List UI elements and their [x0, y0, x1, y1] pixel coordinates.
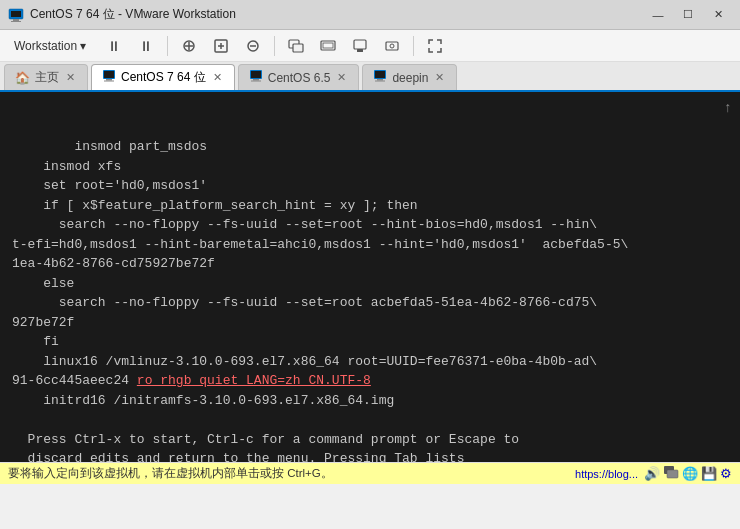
svg-rect-22	[251, 81, 261, 82]
menu-bar: Workstation ▾ ⏸ ⏸	[0, 30, 740, 62]
menu-workstation-label: Workstation	[14, 39, 77, 53]
svg-rect-2	[13, 19, 19, 21]
status-link[interactable]: https://blog...	[575, 468, 638, 480]
status-icon-vm	[663, 464, 679, 483]
svg-rect-8	[293, 44, 303, 52]
svg-rect-13	[386, 42, 398, 50]
status-icon-sound: 🔊	[644, 466, 660, 481]
status-icon-storage: 💾	[701, 466, 717, 481]
tab-centos7-close[interactable]: ✕	[211, 70, 224, 85]
svg-rect-18	[104, 81, 114, 82]
tab-deepin-icon	[373, 69, 387, 86]
toolbar-sep3	[413, 36, 414, 56]
toolbar-snap3-btn[interactable]	[239, 33, 267, 59]
toolbar-sep2	[274, 36, 275, 56]
status-bar: 要将输入定向到该虚拟机，请在虚拟机内部单击或按 Ctrl+G。 https://…	[0, 462, 740, 484]
svg-rect-28	[667, 470, 678, 478]
toolbar-pause2-btn[interactable]: ⏸	[132, 33, 160, 59]
toolbar-snap2-btn[interactable]	[207, 33, 235, 59]
minimize-button[interactable]: —	[644, 5, 672, 25]
toolbar-fullscreen-btn[interactable]	[421, 33, 449, 59]
tab-deepin-close[interactable]: ✕	[433, 70, 446, 85]
toolbar-audio-btn[interactable]	[378, 33, 406, 59]
app-icon	[8, 7, 24, 23]
toolbar-snap-btn[interactable]	[175, 33, 203, 59]
tab-home-label: 主页	[35, 69, 59, 86]
svg-rect-21	[253, 79, 259, 81]
tab-home-close[interactable]: ✕	[64, 70, 77, 85]
svg-rect-24	[375, 71, 385, 78]
scroll-up-arrow: ↑	[724, 98, 732, 119]
toolbar-vm-btn[interactable]	[282, 33, 310, 59]
svg-rect-3	[11, 21, 21, 22]
svg-rect-11	[354, 40, 366, 49]
svg-rect-16	[104, 71, 114, 78]
svg-rect-1	[11, 11, 21, 17]
menu-workstation-arrow: ▾	[80, 39, 86, 53]
status-icon-net: 🌐	[682, 466, 698, 481]
close-button[interactable]: ✕	[704, 5, 732, 25]
terminal-highlight: ro rhgb quiet LANG=zh_CN.UTF-8	[137, 373, 371, 388]
window-controls: — ☐ ✕	[644, 5, 732, 25]
status-text: 要将输入定向到该虚拟机，请在虚拟机内部单击或按 Ctrl+G。	[8, 466, 575, 481]
svg-rect-26	[375, 81, 385, 82]
menu-workstation[interactable]: Workstation ▾	[4, 35, 96, 57]
tab-home[interactable]: 🏠 主页 ✕	[4, 64, 88, 90]
tabs-bar: 🏠 主页 ✕ CentOS 7 64 位 ✕ CentOS 6.5 ✕ deep…	[0, 62, 740, 92]
svg-point-14	[390, 44, 394, 48]
svg-rect-20	[251, 71, 261, 78]
toolbar-usb-btn[interactable]	[346, 33, 374, 59]
status-icon-settings[interactable]: ⚙	[720, 466, 732, 481]
svg-rect-25	[377, 79, 383, 81]
tab-deepin[interactable]: deepin ✕	[362, 64, 457, 90]
svg-rect-10	[323, 43, 333, 48]
tab-centos6-icon	[249, 69, 263, 86]
status-right: https://blog... 🔊 🌐 💾 ⚙	[575, 464, 732, 483]
terminal: ↑ insmod part_msdos insmod xfs set root=…	[0, 92, 740, 462]
toolbar-sep1	[167, 36, 168, 56]
tab-home-icon: 🏠	[15, 71, 30, 85]
tab-centos7-label: CentOS 7 64 位	[121, 69, 206, 86]
tab-centos6-close[interactable]: ✕	[335, 70, 348, 85]
svg-rect-17	[106, 79, 112, 81]
status-icons: 🔊 🌐 💾 ⚙	[644, 464, 732, 483]
svg-rect-12	[357, 49, 363, 52]
tab-centos7[interactable]: CentOS 7 64 位 ✕	[91, 64, 235, 90]
restore-button[interactable]: ☐	[674, 5, 702, 25]
tab-centos6-label: CentOS 6.5	[268, 71, 331, 85]
toolbar: ⏸ ⏸	[96, 28, 736, 64]
tab-centos6[interactable]: CentOS 6.5 ✕	[238, 64, 360, 90]
title-text: CentOS 7 64 位 - VMware Workstation	[30, 6, 644, 23]
tab-deepin-label: deepin	[392, 71, 428, 85]
toolbar-pause-btn[interactable]: ⏸	[100, 33, 128, 59]
tab-centos7-icon	[102, 69, 116, 86]
toolbar-net-btn[interactable]	[314, 33, 342, 59]
title-bar: CentOS 7 64 位 - VMware Workstation — ☐ ✕	[0, 0, 740, 30]
terminal-wrapper[interactable]: ↑ insmod part_msdos insmod xfs set root=…	[0, 92, 740, 462]
